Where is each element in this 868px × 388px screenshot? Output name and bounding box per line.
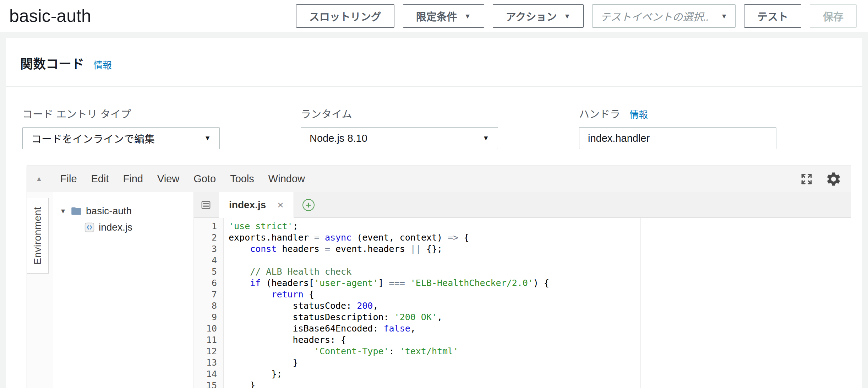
line-number: 11 [194,334,217,346]
editor-body: Environment ▾ basic-auth [27,192,851,388]
chevron-down-icon: ▼ [204,134,211,142]
menu-file[interactable]: File [53,173,84,185]
code-lines: 'use strict';exports.handler = async (ev… [229,221,851,388]
handler-field: ハンドラ 情報 [579,106,776,149]
file-tree: ▾ basic-auth [53,192,194,388]
handler-input[interactable] [579,127,776,149]
code-entry-type-field: コード エントリ タイプ コードをインラインで編集 ▼ [22,106,220,149]
code-entry-type-label: コード エントリ タイプ [22,106,220,121]
line-number: 12 [194,346,217,357]
runtime-label: ランタイム [301,106,498,121]
code-line: 'use strict'; [229,221,851,232]
line-number: 1 [194,221,217,232]
chevron-down-icon: ▼ [464,13,471,20]
menu-window[interactable]: Window [261,173,312,185]
test-event-select[interactable]: テストイベントの選択.. ▼ [592,4,736,28]
code-entry-type-value: コードをインラインで編集 [31,131,155,146]
tree-file-label: index.js [99,222,132,233]
code-area[interactable]: 12345678910111213141516 'use strict';exp… [194,218,851,388]
test-button[interactable]: テスト [744,4,801,28]
throttling-button[interactable]: スロットリング [296,4,394,28]
function-code-panel: 関数コード 情報 コード エントリ タイプ コードをインラインで編集 ▼ ランタ… [6,38,862,388]
code-line [229,255,851,266]
panel-title: 関数コード [20,54,84,72]
tree-file-indexjs[interactable]: index.js [53,219,193,236]
runtime-field: ランタイム Node.js 8.10 ▼ [301,106,498,149]
code-line: statusCode: 200, [229,300,851,312]
menu-goto[interactable]: Goto [186,173,223,185]
save-button[interactable]: 保存 [810,4,857,28]
actions-button-label: アクション [506,9,557,23]
function-name-title: basic-auth [9,6,91,26]
folder-icon [71,206,82,216]
environment-tab-label: Environment [32,207,43,265]
editor-menubar: ▲ File Edit Find View Goto Tools Window [27,166,851,192]
code-line: isBase64Encoded: false, [229,323,851,334]
line-number: 3 [194,243,217,255]
code-line: const headers = event.headers || {}; [229,243,851,255]
panel-header: 関数コード 情報 [6,38,862,87]
javascript-file-icon [84,222,94,232]
code-line: }; [229,368,851,380]
line-number-gutter: 12345678910111213141516 [194,218,224,388]
disclosure-triangle-icon: ▾ [61,206,71,216]
code-content[interactable]: 'use strict';exports.handler = async (ev… [224,218,851,388]
code-settings-form: コード エントリ タイプ コードをインラインで編集 ▼ ランタイム Node.j… [6,87,862,166]
code-line: } [229,380,851,388]
handler-info-link[interactable]: 情報 [629,107,648,120]
qualifiers-button-label: 限定条件 [416,9,457,23]
actions-button[interactable]: アクション ▼ [493,4,584,28]
line-number: 7 [194,289,217,300]
throttling-button-label: スロットリング [309,9,381,23]
menu-view[interactable]: View [150,173,186,185]
tree-folder-basic-auth[interactable]: ▾ basic-auth [53,203,193,219]
code-line: if (headers['user-agent'] === 'ELB-Healt… [229,277,851,289]
settings-gear-icon[interactable] [825,171,842,187]
runtime-select[interactable]: Node.js 8.10 ▼ [301,127,498,149]
tree-folder-label: basic-auth [86,205,132,217]
save-button-label: 保存 [823,9,844,23]
line-number: 2 [194,232,217,243]
runtime-value: Node.js 8.10 [310,133,367,144]
code-entry-type-select[interactable]: コードをインラインで編集 ▼ [22,127,220,149]
line-number: 14 [194,368,217,380]
line-number: 8 [194,300,217,312]
chevron-down-icon: ▼ [564,13,571,20]
tab-list-icon[interactable] [200,199,212,211]
add-tab-icon[interactable]: + [302,199,315,211]
menu-find[interactable]: Find [116,173,150,185]
editor-tabbar: index.js × + [194,192,851,218]
tab-indexjs-label: index.js [229,199,266,211]
handler-label: ハンドラ 情報 [579,106,776,121]
environment-strip: Environment [27,192,53,388]
collapse-menubar-icon[interactable]: ▲ [36,175,43,183]
line-number: 4 [194,255,217,266]
menu-tools[interactable]: Tools [223,173,261,185]
code-line: exports.handler = async (event, context)… [229,232,851,243]
chevron-down-icon: ▼ [482,134,489,142]
code-line: return { [229,289,851,300]
test-event-placeholder: テストイベントの選択.. [600,9,709,23]
environment-tab[interactable]: Environment [27,198,49,274]
line-number: 9 [194,312,217,323]
line-number: 13 [194,357,217,368]
code-line: // ALB Health check [229,266,851,277]
line-number: 10 [194,323,217,334]
tab-indexjs[interactable]: index.js × [219,192,294,218]
line-number: 5 [194,266,217,277]
code-line: headers: { [229,334,851,346]
close-tab-icon[interactable]: × [277,200,284,210]
code-line: } [229,357,851,368]
print-margin-line [640,218,641,388]
test-button-label: テスト [757,9,788,23]
page-header: basic-auth スロットリング 限定条件 ▼ アクション ▼ テストイベン… [0,0,868,32]
header-actions: スロットリング 限定条件 ▼ アクション ▼ テストイベントの選択.. ▼ テス… [296,4,857,28]
line-number: 6 [194,277,217,289]
info-link[interactable]: 情報 [93,58,112,71]
fullscreen-icon[interactable] [800,172,813,186]
chevron-down-icon: ▼ [721,13,727,20]
editor-code-column: index.js × + 12345678910111213141516 'us… [194,192,851,388]
qualifiers-button[interactable]: 限定条件 ▼ [403,4,484,28]
menu-edit[interactable]: Edit [84,173,116,185]
code-editor: ▲ File Edit Find View Goto Tools Window [27,166,851,388]
